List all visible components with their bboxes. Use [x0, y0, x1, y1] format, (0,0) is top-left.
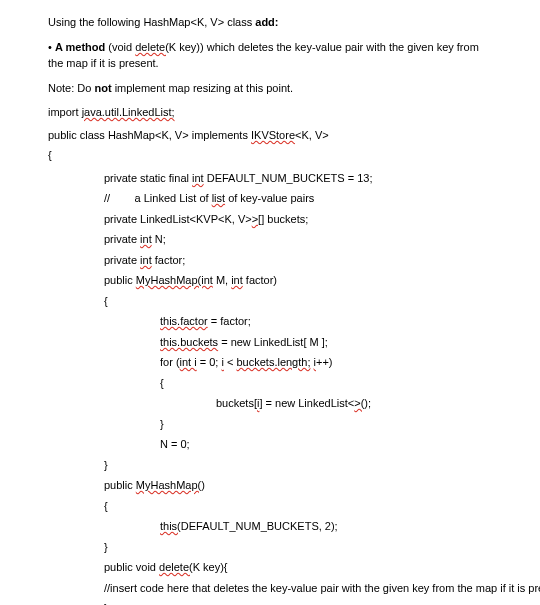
delete-close: }	[48, 600, 492, 605]
ctor1-sig: public MyHashMap(int M, int factor)	[48, 272, 492, 289]
ctor1-mid: M,	[213, 274, 231, 286]
stmt3-wavy3: buckets.length;	[236, 356, 310, 368]
bullet-bold: A method	[55, 41, 105, 53]
field5-wavy: int	[140, 254, 152, 266]
field1-prefix: private static final	[104, 172, 192, 184]
ctor1-close: }	[48, 457, 492, 474]
ctor2-close: }	[48, 539, 492, 556]
stmt3-prefix: for (	[160, 356, 180, 368]
class-suffix: <K, V>	[295, 129, 329, 141]
field-comment: // a Linked List of list of key-value pa…	[48, 190, 492, 207]
ctor1-wavy1: MyHashMap(int	[136, 274, 213, 286]
field-buckets-const: private static final int DEFAULT_NUM_BUC…	[48, 170, 492, 187]
delete-comment: //insert code here that deletes the key-…	[48, 580, 492, 597]
ctor2-after: )	[201, 479, 205, 491]
class-prefix: public class HashMap<K, V> implements	[48, 129, 251, 141]
bullet-wavy: delete(	[135, 41, 169, 53]
bullet-prefix: (void	[105, 41, 135, 53]
field4-after: N;	[152, 233, 166, 245]
stmt-factor: this.factor = factor;	[48, 313, 492, 330]
stmt2-after: = new LinkedList[ M ];	[218, 336, 328, 348]
open-brace: {	[48, 147, 492, 164]
code-import: import java.util.LinkedList;	[48, 104, 492, 121]
stmt3-mid1: = 0;	[197, 356, 222, 368]
field2-wavy: list	[212, 192, 225, 204]
intro-prefix: Using the following HashMap<K, V> class	[48, 16, 255, 28]
bullet-text: • A method (void delete(K key)) which de…	[48, 39, 492, 72]
field3-after: buckets;	[264, 213, 308, 225]
field5-prefix: private	[104, 254, 140, 266]
field1-wavy: int	[192, 172, 204, 184]
stmt3-mid2: <	[224, 356, 237, 368]
stmt2-wavy: this.buckets	[160, 336, 218, 348]
stmt1-after: = factor;	[208, 315, 251, 327]
ctor2-prefix: public	[104, 479, 136, 491]
stmt-for: for (int i = 0; i < buckets.length; i++)	[48, 354, 492, 371]
ctor1-prefix: public	[104, 274, 136, 286]
field3-prefix: private LinkedList<KVP<K, V>	[104, 213, 252, 225]
method-wavy: delete(	[159, 561, 193, 573]
ctor2-stmt-wavy: this(	[160, 520, 181, 532]
note-after: implement map resizing at this point.	[112, 82, 294, 94]
comment-text: //insert code here that deletes the key-…	[104, 582, 540, 594]
code-class-decl: public class HashMap<K, V> implements IK…	[48, 127, 492, 144]
stmt3-after: ++)	[316, 356, 333, 368]
stmt3-wavy1: int i	[180, 356, 197, 368]
field-buckets: private LinkedList<KVP<K, V>>[] buckets;	[48, 211, 492, 228]
intro-bold: add:	[255, 16, 278, 28]
stmt1-wavy: this.factor	[160, 315, 208, 327]
delete-sig: public void delete(K key){	[48, 559, 492, 576]
intro-text: Using the following HashMap<K, V> class …	[48, 14, 492, 31]
ctor2-sig: public MyHashMap()	[48, 477, 492, 494]
method-after: K key){	[193, 561, 228, 573]
field3-wavy: >[]	[252, 213, 265, 225]
field2-prefix: // a Linked List of	[104, 192, 212, 204]
stmt-buckets: this.buckets = new LinkedList[ M ];	[48, 334, 492, 351]
method-prefix: public void	[104, 561, 159, 573]
note-bold: not	[94, 82, 111, 94]
stmt-bucket-new: buckets[i] = new LinkedList<>();	[48, 395, 492, 412]
ctor1-after: factor)	[243, 274, 277, 286]
for-close: }	[48, 416, 492, 433]
ctor1-wavy2: int	[231, 274, 243, 286]
note-prefix: Note: Do	[48, 82, 94, 94]
class-wavy: IKVStore	[251, 129, 295, 141]
field-n: private int N;	[48, 231, 492, 248]
ctor2-stmt-after: DEFAULT_NUM_BUCKETS, 2);	[181, 520, 338, 532]
stmt-n: N = 0;	[48, 436, 492, 453]
ctor1-open: {	[48, 293, 492, 310]
for-open: {	[48, 375, 492, 392]
note-text: Note: Do not implement map resizing at t…	[48, 80, 492, 97]
field4-prefix: private	[104, 233, 140, 245]
field4-wavy: int	[140, 233, 152, 245]
import-prefix: import	[48, 106, 82, 118]
stmt4-wavy2: >(	[354, 397, 364, 409]
stmt4-mid: ] = new LinkedList<	[259, 397, 354, 409]
ctor2-open: {	[48, 498, 492, 515]
ctor2-wavy: MyHashMap(	[136, 479, 201, 491]
import-wavy: java.util.LinkedList;	[82, 106, 175, 118]
field1-after: DEFAULT_NUM_BUCKETS = 13;	[204, 172, 373, 184]
field5-after: factor;	[152, 254, 186, 266]
bullet-marker: •	[48, 41, 55, 53]
ctor2-stmt: this(DEFAULT_NUM_BUCKETS, 2);	[48, 518, 492, 535]
stmt4-prefix: buckets[	[216, 397, 257, 409]
field2-after: of key-value pairs	[225, 192, 314, 204]
stmt4-after: );	[364, 397, 371, 409]
field-factor: private int factor;	[48, 252, 492, 269]
